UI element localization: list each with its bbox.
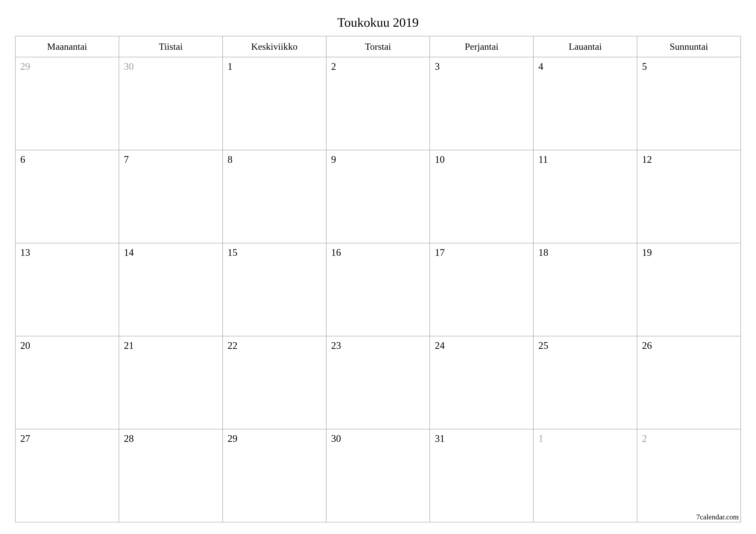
calendar-wrapper: Maanantai Tiistai Keskiviikko Torstai Pe… [15, 36, 741, 522]
day-number: 5 [642, 61, 647, 72]
day-number: 26 [642, 340, 652, 351]
calendar-cell: 19 [637, 243, 741, 336]
calendar-table: Maanantai Tiistai Keskiviikko Torstai Pe… [15, 36, 741, 522]
calendar-cell: 1 [223, 57, 326, 150]
day-number: 2 [331, 61, 336, 72]
calendar-cell: 14 [119, 243, 223, 336]
day-number: 27 [20, 433, 30, 444]
day-number: 14 [124, 247, 134, 258]
calendar-body: 2930123456789101112131415161718192021222… [15, 57, 741, 522]
calendar-cell: 25 [533, 336, 637, 429]
calendar-cell: 15 [223, 243, 326, 336]
calendar-cell: 2 [326, 57, 430, 150]
calendar-cell: 20 [15, 336, 119, 429]
day-number: 3 [435, 61, 440, 72]
calendar-cell: 2 [637, 429, 741, 522]
calendar-cell: 4 [533, 57, 637, 150]
calendar-document: Toukokuu 2019 Maanantai Tiistai Keskivii… [0, 0, 756, 534]
calendar-cell: 30 [326, 429, 430, 522]
calendar-cell: 23 [326, 336, 430, 429]
calendar-cell: 17 [430, 243, 533, 336]
day-number: 30 [331, 433, 341, 444]
day-number: 2 [642, 433, 647, 444]
day-number: 19 [642, 247, 652, 258]
calendar-row: 13141516171819 [15, 243, 741, 336]
calendar-cell: 28 [119, 429, 223, 522]
calendar-cell: 8 [223, 150, 326, 243]
weekday-header: Maanantai [15, 36, 119, 57]
calendar-cell: 3 [430, 57, 533, 150]
weekday-row: Maanantai Tiistai Keskiviikko Torstai Pe… [15, 36, 741, 57]
day-number: 22 [228, 340, 237, 351]
day-number: 1 [538, 433, 543, 444]
day-number: 10 [435, 154, 445, 165]
day-number: 7 [124, 154, 129, 165]
calendar-cell: 13 [15, 243, 119, 336]
calendar-cell: 5 [637, 57, 741, 150]
page-title: Toukokuu 2019 [15, 15, 741, 30]
calendar-cell: 27 [15, 429, 119, 522]
day-number: 6 [20, 154, 25, 165]
weekday-header: Torstai [326, 36, 430, 57]
calendar-cell: 11 [533, 150, 637, 243]
calendar-row: 293012345 [15, 57, 741, 150]
calendar-cell: 12 [637, 150, 741, 243]
day-number: 21 [124, 340, 134, 351]
calendar-cell: 7 [119, 150, 223, 243]
day-number: 20 [20, 340, 30, 351]
day-number: 23 [331, 340, 341, 351]
day-number: 30 [124, 61, 134, 72]
weekday-header: Perjantai [430, 36, 533, 57]
calendar-row: 20212223242526 [15, 336, 741, 429]
day-number: 31 [435, 433, 445, 444]
calendar-row: 6789101112 [15, 150, 741, 243]
calendar-cell: 10 [430, 150, 533, 243]
calendar-cell: 9 [326, 150, 430, 243]
calendar-cell: 22 [223, 336, 326, 429]
calendar-cell: 6 [15, 150, 119, 243]
calendar-cell: 18 [533, 243, 637, 336]
calendar-cell: 30 [119, 57, 223, 150]
day-number: 12 [642, 154, 652, 165]
day-number: 15 [228, 247, 237, 258]
weekday-header: Lauantai [533, 36, 637, 57]
calendar-row: 272829303112 [15, 429, 741, 522]
day-number: 8 [228, 154, 232, 165]
footer-credit: 7calendar.com [696, 513, 739, 521]
calendar-cell: 24 [430, 336, 533, 429]
calendar-header: Maanantai Tiistai Keskiviikko Torstai Pe… [15, 36, 741, 57]
day-number: 11 [538, 154, 548, 165]
calendar-cell: 26 [637, 336, 741, 429]
calendar-cell: 29 [223, 429, 326, 522]
day-number: 9 [331, 154, 336, 165]
day-number: 17 [435, 247, 445, 258]
weekday-header: Tiistai [119, 36, 223, 57]
day-number: 13 [20, 247, 30, 258]
day-number: 28 [124, 433, 134, 444]
calendar-cell: 1 [533, 429, 637, 522]
day-number: 1 [228, 61, 232, 72]
weekday-header: Sunnuntai [637, 36, 741, 57]
calendar-cell: 16 [326, 243, 430, 336]
calendar-cell: 29 [15, 57, 119, 150]
day-number: 4 [538, 61, 543, 72]
calendar-cell: 31 [430, 429, 533, 522]
day-number: 18 [538, 247, 548, 258]
day-number: 29 [20, 61, 30, 72]
weekday-header: Keskiviikko [223, 36, 326, 57]
day-number: 29 [228, 433, 237, 444]
day-number: 25 [538, 340, 548, 351]
day-number: 24 [435, 340, 445, 351]
calendar-cell: 21 [119, 336, 223, 429]
day-number: 16 [331, 247, 341, 258]
